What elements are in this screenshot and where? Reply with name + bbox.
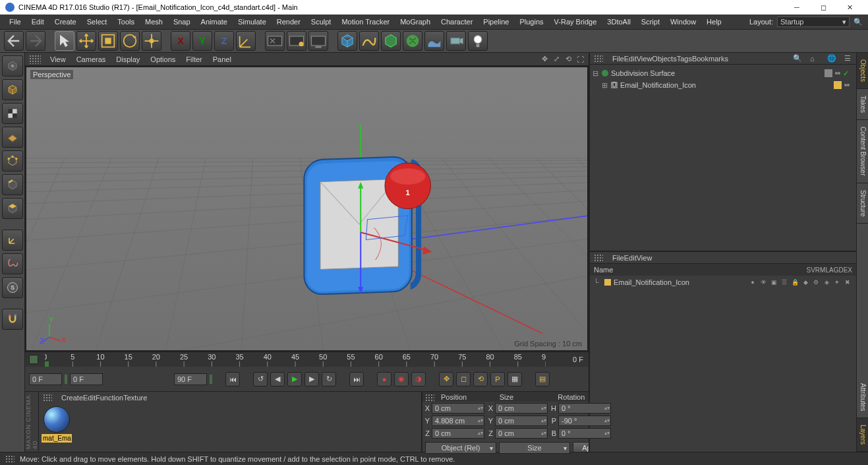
- magnet-tool[interactable]: [2, 309, 23, 330]
- menu-pipeline[interactable]: Pipeline: [478, 18, 514, 26]
- timeline-ruler[interactable]: 051015202530354045505560657075808590 0 F: [25, 352, 589, 367]
- tab-takes[interactable]: Takes: [857, 89, 868, 120]
- tweak-mode[interactable]: [2, 253, 23, 274]
- tree-row[interactable]: ⊟ Subdivision Surface ✓: [590, 67, 856, 79]
- render-view[interactable]: [265, 31, 285, 51]
- light-tool[interactable]: [468, 31, 488, 51]
- object-name[interactable]: Email_Notification_Icon: [620, 81, 696, 89]
- redo-button[interactable]: [26, 31, 45, 51]
- menu-tools[interactable]: Tools: [112, 18, 140, 26]
- expand-icon[interactable]: ⊞: [602, 81, 610, 90]
- cube-primitive[interactable]: [337, 31, 357, 51]
- menu-panel[interactable]: Panel: [208, 55, 237, 63]
- object-name[interactable]: Subdivision Surface: [611, 69, 675, 77]
- rot-b[interactable]: 0 °▴▾: [558, 428, 611, 439]
- timeline-settings[interactable]: ▤: [535, 372, 550, 387]
- menu-3dtoall[interactable]: 3DtoAll: [602, 18, 635, 26]
- key-pos-button[interactable]: ✥: [439, 372, 453, 387]
- menu-edit[interactable]: Edit: [624, 254, 637, 262]
- tab-content-browser[interactable]: Content Browser: [857, 120, 868, 183]
- goto-start-button[interactable]: ⏮: [225, 372, 240, 387]
- menu-mograph[interactable]: MoGraph: [395, 18, 436, 26]
- fold-icon[interactable]: ☰: [844, 54, 852, 63]
- menu-character[interactable]: Character: [436, 18, 478, 26]
- grip-icon[interactable]: [29, 55, 41, 64]
- editable-button[interactable]: [2, 55, 23, 77]
- menu-objects[interactable]: Objects: [652, 55, 676, 63]
- layer-tag[interactable]: [825, 69, 832, 77]
- tab-layers[interactable]: Layers: [857, 418, 868, 452]
- render-icon[interactable]: ▣: [769, 278, 778, 286]
- pos-x[interactable]: 0 cm▴▾: [432, 403, 484, 414]
- point-mode[interactable]: [2, 150, 23, 171]
- coord-mode-select[interactable]: Object (Rel): [425, 442, 496, 454]
- menu-create[interactable]: Create: [49, 18, 82, 26]
- pos-y[interactable]: 4.808 cm▴▾: [432, 416, 484, 426]
- layer-row[interactable]: └ Email_Notification_Icon ● 👁 ▣ ☰ 🔒 ◆ ⚙ …: [590, 277, 856, 288]
- visibility-tag[interactable]: [843, 81, 851, 89]
- render-settings[interactable]: [308, 31, 328, 51]
- menu-filter[interactable]: Filter: [181, 55, 207, 63]
- viewport[interactable]: 1 Perspective Grid Spacing : 10 cm Y X Z: [25, 66, 589, 352]
- material-list[interactable]: mat_Ema: [39, 404, 421, 452]
- menu-tags[interactable]: Tags: [677, 55, 692, 63]
- gen-icon[interactable]: ⚙: [811, 278, 821, 286]
- vp-rotate-icon[interactable]: ⟲: [564, 55, 573, 64]
- menu-texture[interactable]: Texture: [123, 394, 147, 402]
- goto-end-button[interactable]: ⏭: [349, 372, 364, 387]
- key-pla-button[interactable]: ▦: [507, 372, 522, 387]
- layout-select[interactable]: Startup: [777, 16, 850, 27]
- menu-edit[interactable]: Edit: [26, 18, 49, 26]
- solo-icon[interactable]: ●: [748, 278, 757, 286]
- menu-v-ray-bridge[interactable]: V-Ray Bridge: [549, 18, 602, 26]
- tab-structure[interactable]: Structure: [857, 183, 868, 224]
- autokey-button[interactable]: ◉: [394, 372, 409, 387]
- menu-file[interactable]: File: [612, 55, 624, 63]
- menu-motion-tracker[interactable]: Motion Tracker: [336, 18, 395, 26]
- environment-tool[interactable]: [424, 31, 444, 51]
- menu-options[interactable]: Options: [145, 55, 181, 63]
- polygon-mode[interactable]: [2, 198, 23, 219]
- menu-file[interactable]: File: [612, 254, 624, 262]
- expr-icon[interactable]: ✦: [832, 278, 842, 286]
- layer-tag[interactable]: [834, 81, 842, 89]
- menu-file[interactable]: File: [4, 18, 26, 26]
- frame-current[interactable]: 0 F: [70, 373, 103, 385]
- menu-animate[interactable]: Animate: [196, 18, 233, 26]
- menu-create[interactable]: Create: [61, 394, 83, 402]
- rotate-tool[interactable]: [120, 31, 140, 51]
- key-param-button[interactable]: P: [490, 372, 505, 387]
- select-tool[interactable]: [55, 31, 74, 51]
- deformer-tool[interactable]: [403, 31, 422, 51]
- visibility-tag[interactable]: [834, 69, 842, 77]
- rot-p[interactable]: -90 °▴▾: [558, 416, 611, 426]
- layer-name[interactable]: Email_Notification_Icon: [614, 278, 689, 286]
- spline-tool[interactable]: [359, 31, 379, 51]
- frame-start[interactable]: 0 F: [29, 373, 62, 385]
- deform-icon[interactable]: ◈: [822, 278, 831, 286]
- tab-attributes[interactable]: Attributes: [857, 377, 868, 418]
- menu-mesh[interactable]: Mesh: [140, 18, 168, 26]
- menu-bookmarks[interactable]: Bookmarks: [692, 55, 728, 63]
- anim-icon[interactable]: ◆: [801, 278, 810, 286]
- search-icon[interactable]: 🔍: [854, 18, 864, 26]
- menu-window[interactable]: Window: [665, 18, 701, 26]
- menu-view[interactable]: View: [637, 254, 652, 262]
- lock-icon[interactable]: 🔒: [790, 278, 799, 286]
- scale-tool[interactable]: [98, 31, 118, 51]
- expand-icon[interactable]: ⊟: [593, 69, 600, 78]
- menu-sculpt[interactable]: Sculpt: [306, 18, 337, 26]
- size-z[interactable]: 0 cm▴▾: [495, 428, 548, 439]
- edge-mode[interactable]: [2, 174, 23, 195]
- next-key-button[interactable]: ↻: [322, 372, 336, 387]
- texture-mode[interactable]: [2, 103, 23, 124]
- xref-icon[interactable]: ✖: [843, 278, 852, 286]
- pos-z[interactable]: 0 cm▴▾: [432, 428, 484, 439]
- menu-edit[interactable]: Edit: [83, 394, 96, 402]
- vp-zoom-icon[interactable]: ⤢: [552, 55, 561, 64]
- manager-icon[interactable]: ☰: [780, 278, 789, 286]
- next-frame-button[interactable]: ▶: [304, 372, 319, 387]
- record-button[interactable]: ●: [377, 372, 391, 387]
- prev-key-button[interactable]: ↺: [253, 372, 268, 387]
- move-tool[interactable]: [76, 31, 96, 51]
